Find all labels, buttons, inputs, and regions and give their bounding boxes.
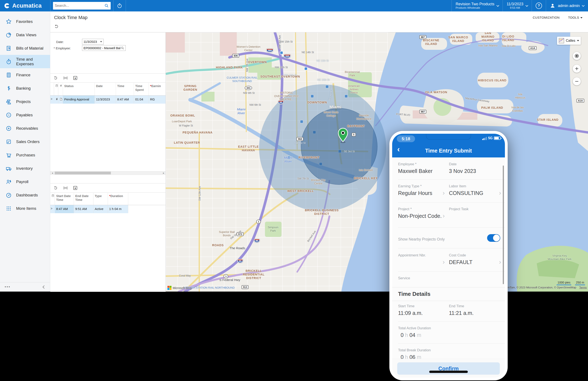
zoom-in-button[interactable] [573,65,581,73]
phone-form: Employee * Maxwell Baker Date 3 Nov 2023… [392,158,505,378]
sidebar-item-purchases[interactable]: Purchases [0,148,50,162]
sidebar-item-label: Bills of Material [16,46,43,51]
sidebar-item-banking[interactable]: Banking [0,81,50,95]
more-options-icon[interactable]: ••• [5,285,11,289]
grid1-row[interactable]: > Pending Approval 11/3/2023 8:47 AM 01:… [50,96,166,104]
grid1-cell-time[interactable]: 8:47 AM [116,96,134,104]
sidebar-item-favorites[interactable]: Favorites [0,15,50,28]
earning-type-field[interactable]: Earning Type * Regular Hours [398,184,432,196]
row-expand-icon[interactable]: > [51,207,52,210]
export-excel-icon[interactable]: x [73,186,77,190]
map-label: BRICKELL BUSINESS DISTRICT [305,208,339,216]
map-canvas[interactable]: HIGHLAND PARKOVERTOWNSOUTHEAST OVERTOWNS… [166,32,588,292]
user-icon [550,3,555,8]
company-selector[interactable]: Revision Two Products Products Wholesale [452,0,503,11]
grid2-col-type[interactable]: Type [93,193,108,205]
grid1-hscrollbar[interactable]: ◄ ► [50,171,166,175]
grid2-col-start[interactable]: Start Date Time [55,193,74,205]
grid1-cell-date[interactable]: 11/3/2023 [95,96,116,104]
grid2-cell-type[interactable]: Active [93,205,108,213]
sidebar-item-bills-of-material[interactable]: $ Bills of Material [0,41,50,55]
sidebar-item-payroll[interactable]: Payroll [0,175,50,188]
business-date-selector[interactable]: 11/3/2023 9:53 AM [503,0,532,11]
sidebar-item-inventory[interactable]: Inventory [0,162,50,175]
time-clock-icon[interactable] [113,0,126,11]
locate-me-button[interactable] [573,52,581,60]
labor-item-field[interactable]: Labor Item CONSULTING [449,184,483,196]
fit-width-icon[interactable] [63,186,68,190]
service-field[interactable]: Service [398,276,410,280]
project-task-field[interactable]: Project Task [449,207,468,211]
row-expand-icon[interactable]: > [51,97,52,101]
grid1-col-status[interactable]: Status [63,83,95,95]
grid2-row[interactable]: > 8:47 AM 9:51 AM Active 1 h 04 m [50,205,166,213]
start-time-field[interactable]: Start Time 11:09 a.m. [398,304,423,316]
grid1-header: Status Date Time Time Spent *Earnin [50,83,166,96]
scroll-right-icon[interactable]: ► [163,172,165,174]
employee-field[interactable]: Employee * Maxwell Baker [398,162,433,174]
scroll-left-icon[interactable]: ◄ [51,172,53,174]
undo-button[interactable] [54,24,59,30]
grid1-cell-earning[interactable]: RG [149,96,166,104]
scrollbar-thumb[interactable] [55,172,111,174]
project-field[interactable]: Project * Non-Project Code. [398,207,442,219]
collapse-sidebar-icon[interactable] [42,285,46,289]
sidebar-item-payables[interactable]: Payables [0,108,50,122]
grid2-col-end[interactable]: End Date Time [74,193,93,205]
zoom-out-button[interactable] [573,77,581,85]
search-input[interactable] [53,4,104,8]
grid1-col-date[interactable]: Date [95,83,116,95]
sidebar-item-projects[interactable]: Projects [0,95,50,108]
cost-code-field[interactable]: Cost Code DEFAULT [449,253,472,265]
global-search[interactable] [53,2,111,10]
route-shield: 887 [419,35,426,39]
sidebar-item-time-and-expenses[interactable]: Time and Expenses [0,55,50,68]
refresh-icon[interactable] [54,186,58,190]
grid1-cell-status[interactable]: Pending Approval [63,96,95,104]
terms-link[interactable]: Terms [579,286,587,289]
phone-scrollbar[interactable] [503,165,504,284]
back-icon[interactable]: ‹ [397,146,400,153]
chevron-down-icon[interactable] [100,41,102,42]
user-menu[interactable]: admin admin [546,0,588,11]
note-icon[interactable] [60,98,63,101]
grid1-col-spent[interactable]: Time Spent [134,83,149,95]
grid2-cell-start[interactable]: 8:47 AM [55,205,74,213]
sidebar-item-receivables[interactable]: Receivables [0,122,50,135]
grid1-col-earning[interactable]: *Earnin [149,83,166,95]
tools-button[interactable]: TOOLS [568,16,583,19]
appointment-field[interactable]: Appointment Nbr. [398,253,426,258]
route-shield: 1 [256,220,261,224]
acumatica-logo[interactable]: Acumatica [0,2,50,9]
chevron-down-icon [577,40,579,41]
help-button[interactable]: ? [532,0,546,11]
page-title: Clock Time Map [54,15,87,20]
date-field[interactable]: 11/3/2023 [82,39,104,44]
show-nearby-toggle[interactable] [487,234,500,242]
lookup-icon[interactable] [121,46,124,50]
map-style-selector[interactable]: Calles [557,37,581,45]
sidebar-item-more-items[interactable]: More Items [0,202,50,215]
sidebar-item-finance[interactable]: Finance [0,68,50,81]
end-time-field[interactable]: End Time 11:21 a.m. [449,304,474,316]
export-excel-icon[interactable]: x [73,76,77,80]
grid2-cell-end[interactable]: 9:51 AM [74,205,93,213]
employee-field[interactable]: EP00000002 - Maxwell Bake [82,45,126,51]
grid1-cell-spent[interactable]: 01:04 [134,96,149,104]
grid1-col-time[interactable]: Time [116,83,134,95]
refresh-icon[interactable] [54,76,58,80]
map-label: HIBISCUS ISLAND [478,79,507,82]
sidebar-item-sales-orders[interactable]: Sales Orders [0,135,50,148]
customization-button[interactable]: CUSTOMIZATION [533,16,560,19]
sidebar-item-data-views[interactable]: Data Views [0,28,50,41]
plus-icon [574,66,579,71]
sidebar-item-dashboards[interactable]: Dashboards [0,188,50,202]
grid2-col-duration[interactable]: *Duration [108,193,128,205]
top-bar: Acumatica Revision Two Products Products… [0,0,588,11]
paperclip-icon[interactable] [55,98,58,101]
map-label: NE 10th St [317,79,330,81]
date-field[interactable]: Date 3 Nov 2023 [449,162,476,174]
fit-width-icon[interactable] [63,76,68,80]
search-icon[interactable] [104,3,109,8]
grid2-cell-duration[interactable]: 1 h 04 m [108,205,128,213]
